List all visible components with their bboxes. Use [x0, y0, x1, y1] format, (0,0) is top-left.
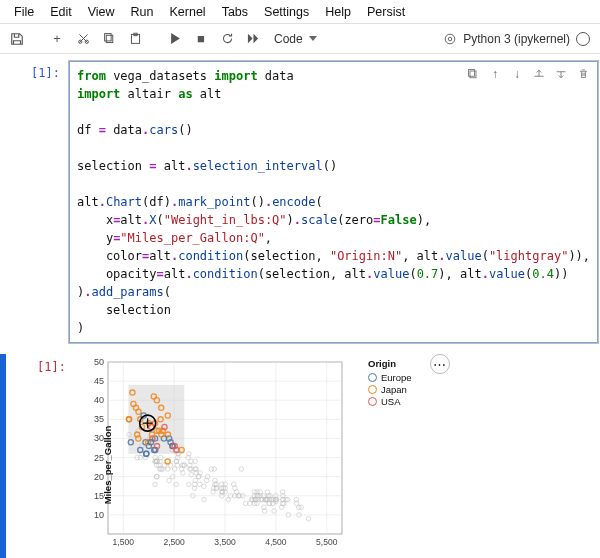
- svg-text:40: 40: [94, 395, 104, 405]
- chevron-down-icon: [309, 36, 317, 41]
- kernel-name: Python 3 (ipykernel): [463, 32, 570, 46]
- code-editor[interactable]: from vega_datasets import data import al…: [68, 60, 599, 344]
- kernel-status-icon: [576, 32, 590, 46]
- svg-rect-9: [469, 70, 475, 77]
- move-up-button[interactable]: ↑: [487, 66, 503, 82]
- stop-button[interactable]: ■: [190, 28, 212, 50]
- svg-text:50: 50: [94, 358, 104, 367]
- svg-point-179: [165, 467, 170, 472]
- svg-rect-2: [106, 35, 113, 42]
- insert-below-button[interactable]: [553, 66, 569, 82]
- kernel-indicator[interactable]: Python 3 (ipykernel): [443, 32, 594, 46]
- output-cell: [1]: Miles_per_Gallon 101520253035404550…: [0, 354, 596, 558]
- svg-text:2,500: 2,500: [163, 537, 185, 547]
- code-cell[interactable]: [1]: ↑ ↓ from vega_datasets import data …: [0, 60, 596, 344]
- menu-kernel[interactable]: Kernel: [162, 3, 214, 21]
- svg-point-45: [306, 516, 311, 521]
- move-down-button[interactable]: ↓: [509, 66, 525, 82]
- svg-text:5,500: 5,500: [316, 537, 338, 547]
- input-prompt: [1]:: [2, 60, 68, 344]
- paste-button[interactable]: [124, 28, 146, 50]
- run-button[interactable]: [164, 28, 186, 50]
- legend-item-usa[interactable]: USA: [368, 396, 412, 407]
- svg-text:10: 10: [94, 510, 104, 520]
- svg-text:4,500: 4,500: [265, 537, 287, 547]
- cell-toolbar: ↑ ↓: [463, 64, 593, 84]
- cut-button[interactable]: [72, 28, 94, 50]
- legend-title: Origin: [368, 358, 412, 369]
- chart-actions-button[interactable]: ⋯: [430, 354, 450, 374]
- copy-button[interactable]: [98, 28, 120, 50]
- add-cell-button[interactable]: +: [46, 28, 68, 50]
- run-all-button[interactable]: [242, 28, 264, 50]
- svg-text:45: 45: [94, 376, 104, 386]
- legend: ⋯ Origin EuropeJapanUSA: [368, 358, 412, 408]
- legend-item-europe[interactable]: Europe: [368, 372, 412, 383]
- svg-rect-3: [104, 34, 111, 41]
- y-axis-label: Miles_per_Gallon: [102, 425, 113, 504]
- legend-item-japan[interactable]: Japan: [368, 384, 412, 395]
- cell-type-selector[interactable]: Code: [268, 31, 323, 47]
- svg-point-6: [445, 34, 455, 44]
- svg-text:3,500: 3,500: [214, 537, 236, 547]
- delete-cell-button[interactable]: [575, 66, 591, 82]
- menu-help[interactable]: Help: [317, 3, 359, 21]
- cell-type-label: Code: [274, 32, 303, 46]
- cell-gutter: [0, 354, 6, 558]
- toolbar: + ■ Code Python 3 (ipykernel): [0, 24, 600, 54]
- insert-above-button[interactable]: [531, 66, 547, 82]
- menu-run[interactable]: Run: [123, 3, 162, 21]
- restart-button[interactable]: [216, 28, 238, 50]
- menu-file[interactable]: File: [6, 3, 42, 21]
- svg-text:1,500: 1,500: [113, 537, 135, 547]
- menu-view[interactable]: View: [80, 3, 123, 21]
- svg-point-196: [189, 472, 194, 477]
- menu-settings[interactable]: Settings: [256, 3, 317, 21]
- svg-point-85: [187, 482, 192, 487]
- svg-text:35: 35: [94, 414, 104, 424]
- svg-point-165: [202, 484, 207, 489]
- svg-point-190: [239, 467, 244, 472]
- copy-cell-button[interactable]: [465, 66, 481, 82]
- menubar: FileEditViewRunKernelTabsSettingsHelpPer…: [0, 0, 600, 24]
- svg-point-38: [202, 497, 207, 502]
- svg-rect-8: [470, 71, 476, 78]
- save-button[interactable]: [6, 28, 28, 50]
- svg-point-87: [167, 478, 172, 483]
- menu-edit[interactable]: Edit: [42, 3, 80, 21]
- svg-point-119: [174, 482, 179, 487]
- scatter-plot[interactable]: 1015202530354045501,5002,5003,5004,5005,…: [78, 358, 348, 558]
- notebook-area: [1]: ↑ ↓ from vega_datasets import data …: [0, 54, 600, 558]
- output-prompt: [1]:: [8, 354, 74, 558]
- chart[interactable]: Miles_per_Gallon 1015202530354045501,500…: [78, 358, 358, 558]
- svg-point-7: [449, 37, 453, 41]
- menu-tabs[interactable]: Tabs: [214, 3, 256, 21]
- menu-persist[interactable]: Persist: [359, 3, 413, 21]
- svg-point-68: [153, 482, 158, 487]
